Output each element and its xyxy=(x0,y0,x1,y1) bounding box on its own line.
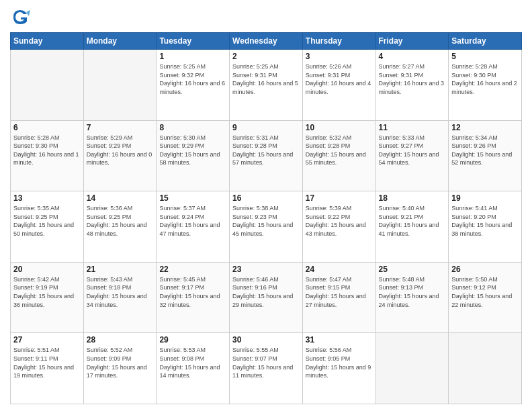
col-wednesday: Wednesday xyxy=(230,33,303,50)
table-row: 3Sunrise: 5:26 AMSunset: 9:31 PMDaylight… xyxy=(302,50,375,121)
day-number: 1 xyxy=(159,52,226,61)
logo xyxy=(10,7,33,27)
day-number: 16 xyxy=(232,193,300,203)
day-number: 17 xyxy=(306,193,373,203)
day-info: Sunrise: 5:50 AMSunset: 9:12 PMDaylight:… xyxy=(451,275,519,309)
page-header xyxy=(10,7,522,27)
calendar-week-row: 20Sunrise: 5:42 AMSunset: 9:19 PMDayligh… xyxy=(11,262,522,333)
logo-icon xyxy=(10,7,30,27)
table-row: 11Sunrise: 5:33 AMSunset: 9:27 PMDayligh… xyxy=(375,120,449,191)
table-row: 12Sunrise: 5:34 AMSunset: 9:26 PMDayligh… xyxy=(449,120,522,191)
day-number: 23 xyxy=(232,265,300,274)
day-number: 30 xyxy=(232,335,300,345)
day-number: 11 xyxy=(379,123,446,132)
day-number: 14 xyxy=(87,193,154,203)
table-row: 17Sunrise: 5:39 AMSunset: 9:22 PMDayligh… xyxy=(302,191,375,263)
day-info: Sunrise: 5:37 AMSunset: 9:24 PMDaylight:… xyxy=(159,204,226,238)
calendar-week-row: 13Sunrise: 5:35 AMSunset: 9:25 PMDayligh… xyxy=(11,191,522,263)
table-row: 31Sunrise: 5:56 AMSunset: 9:05 PMDayligh… xyxy=(302,333,375,404)
table-row: 23Sunrise: 5:46 AMSunset: 9:16 PMDayligh… xyxy=(230,262,303,333)
calendar-week-row: 1Sunrise: 5:25 AMSunset: 9:32 PMDaylight… xyxy=(11,50,522,121)
calendar-week-row: 6Sunrise: 5:28 AMSunset: 9:30 PMDaylight… xyxy=(11,120,522,191)
table-row: 28Sunrise: 5:52 AMSunset: 9:09 PMDayligh… xyxy=(83,333,157,404)
day-number: 6 xyxy=(13,123,81,132)
table-row: 22Sunrise: 5:45 AMSunset: 9:17 PMDayligh… xyxy=(157,262,230,333)
day-info: Sunrise: 5:38 AMSunset: 9:23 PMDaylight:… xyxy=(232,204,300,238)
day-info: Sunrise: 5:25 AMSunset: 9:31 PMDaylight:… xyxy=(232,62,300,96)
table-row: 19Sunrise: 5:41 AMSunset: 9:20 PMDayligh… xyxy=(449,191,522,263)
table-row: 18Sunrise: 5:40 AMSunset: 9:21 PMDayligh… xyxy=(375,191,449,263)
day-number: 5 xyxy=(451,52,519,61)
day-info: Sunrise: 5:43 AMSunset: 9:18 PMDaylight:… xyxy=(87,275,154,309)
table-row: 16Sunrise: 5:38 AMSunset: 9:23 PMDayligh… xyxy=(230,191,303,263)
day-number: 12 xyxy=(451,123,519,132)
day-number: 28 xyxy=(87,335,154,345)
day-info: Sunrise: 5:36 AMSunset: 9:25 PMDaylight:… xyxy=(87,204,154,238)
day-number: 31 xyxy=(306,335,373,345)
day-number: 10 xyxy=(306,123,373,132)
table-row: 4Sunrise: 5:27 AMSunset: 9:31 PMDaylight… xyxy=(375,50,449,121)
table-row xyxy=(11,50,84,121)
calendar-table: Sunday Monday Tuesday Wednesday Thursday… xyxy=(10,32,522,404)
day-number: 9 xyxy=(232,123,300,132)
day-info: Sunrise: 5:55 AMSunset: 9:07 PMDaylight:… xyxy=(232,346,300,379)
day-number: 15 xyxy=(159,193,226,203)
table-row xyxy=(83,50,157,121)
col-saturday: Saturday xyxy=(449,33,522,50)
col-monday: Monday xyxy=(83,33,157,50)
day-number: 20 xyxy=(13,265,81,274)
table-row xyxy=(449,333,522,404)
col-sunday: Sunday xyxy=(11,33,84,50)
table-row: 2Sunrise: 5:25 AMSunset: 9:31 PMDaylight… xyxy=(230,50,303,121)
table-row: 20Sunrise: 5:42 AMSunset: 9:19 PMDayligh… xyxy=(11,262,84,333)
day-number: 8 xyxy=(159,123,226,132)
day-info: Sunrise: 5:56 AMSunset: 9:05 PMDaylight:… xyxy=(306,346,373,379)
day-info: Sunrise: 5:29 AMSunset: 9:29 PMDaylight:… xyxy=(87,134,154,167)
day-info: Sunrise: 5:41 AMSunset: 9:20 PMDaylight:… xyxy=(451,204,519,238)
table-row: 15Sunrise: 5:37 AMSunset: 9:24 PMDayligh… xyxy=(157,191,230,263)
col-friday: Friday xyxy=(375,33,449,50)
day-number: 18 xyxy=(379,193,446,203)
day-info: Sunrise: 5:51 AMSunset: 9:11 PMDaylight:… xyxy=(13,346,81,379)
table-row xyxy=(375,333,449,404)
day-info: Sunrise: 5:32 AMSunset: 9:28 PMDaylight:… xyxy=(306,134,373,167)
day-info: Sunrise: 5:27 AMSunset: 9:31 PMDaylight:… xyxy=(379,62,446,96)
day-info: Sunrise: 5:40 AMSunset: 9:21 PMDaylight:… xyxy=(379,204,446,238)
day-info: Sunrise: 5:31 AMSunset: 9:28 PMDaylight:… xyxy=(232,134,300,167)
col-tuesday: Tuesday xyxy=(157,33,230,50)
day-info: Sunrise: 5:30 AMSunset: 9:29 PMDaylight:… xyxy=(159,134,226,167)
day-info: Sunrise: 5:48 AMSunset: 9:13 PMDaylight:… xyxy=(379,275,446,309)
calendar-week-row: 27Sunrise: 5:51 AMSunset: 9:11 PMDayligh… xyxy=(11,333,522,404)
day-number: 26 xyxy=(451,265,519,274)
day-info: Sunrise: 5:47 AMSunset: 9:15 PMDaylight:… xyxy=(306,275,373,309)
day-info: Sunrise: 5:45 AMSunset: 9:17 PMDaylight:… xyxy=(159,275,226,309)
calendar-header-row: Sunday Monday Tuesday Wednesday Thursday… xyxy=(11,33,522,50)
day-number: 29 xyxy=(159,335,226,345)
day-number: 22 xyxy=(159,265,226,274)
day-info: Sunrise: 5:28 AMSunset: 9:30 PMDaylight:… xyxy=(451,62,519,96)
table-row: 25Sunrise: 5:48 AMSunset: 9:13 PMDayligh… xyxy=(375,262,449,333)
day-info: Sunrise: 5:53 AMSunset: 9:08 PMDaylight:… xyxy=(159,346,226,379)
day-info: Sunrise: 5:34 AMSunset: 9:26 PMDaylight:… xyxy=(451,134,519,167)
day-info: Sunrise: 5:25 AMSunset: 9:32 PMDaylight:… xyxy=(159,62,226,96)
day-info: Sunrise: 5:26 AMSunset: 9:31 PMDaylight:… xyxy=(306,62,373,96)
day-info: Sunrise: 5:33 AMSunset: 9:27 PMDaylight:… xyxy=(379,134,446,167)
table-row: 14Sunrise: 5:36 AMSunset: 9:25 PMDayligh… xyxy=(83,191,157,263)
table-row: 27Sunrise: 5:51 AMSunset: 9:11 PMDayligh… xyxy=(11,333,84,404)
day-number: 3 xyxy=(306,52,373,61)
table-row: 21Sunrise: 5:43 AMSunset: 9:18 PMDayligh… xyxy=(83,262,157,333)
day-number: 7 xyxy=(87,123,154,132)
table-row: 13Sunrise: 5:35 AMSunset: 9:25 PMDayligh… xyxy=(11,191,84,263)
day-number: 25 xyxy=(379,265,446,274)
col-thursday: Thursday xyxy=(302,33,375,50)
day-number: 13 xyxy=(13,193,81,203)
day-info: Sunrise: 5:42 AMSunset: 9:19 PMDaylight:… xyxy=(13,275,81,309)
table-row: 10Sunrise: 5:32 AMSunset: 9:28 PMDayligh… xyxy=(302,120,375,191)
table-row: 7Sunrise: 5:29 AMSunset: 9:29 PMDaylight… xyxy=(83,120,157,191)
table-row: 26Sunrise: 5:50 AMSunset: 9:12 PMDayligh… xyxy=(449,262,522,333)
table-row: 1Sunrise: 5:25 AMSunset: 9:32 PMDaylight… xyxy=(157,50,230,121)
day-info: Sunrise: 5:35 AMSunset: 9:25 PMDaylight:… xyxy=(13,204,81,238)
day-info: Sunrise: 5:52 AMSunset: 9:09 PMDaylight:… xyxy=(87,346,154,379)
day-info: Sunrise: 5:46 AMSunset: 9:16 PMDaylight:… xyxy=(232,275,300,309)
table-row: 6Sunrise: 5:28 AMSunset: 9:30 PMDaylight… xyxy=(11,120,84,191)
